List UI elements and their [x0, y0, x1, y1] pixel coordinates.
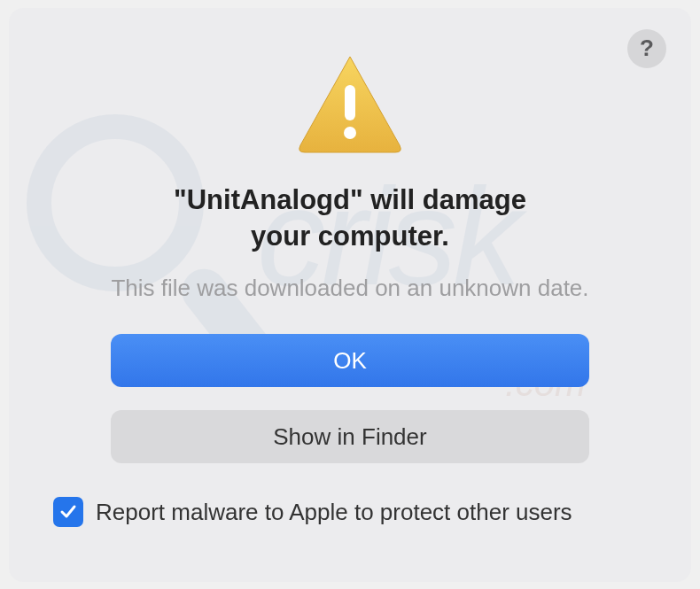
- report-malware-row: Report malware to Apple to protect other…: [53, 497, 572, 527]
- checkmark-icon: [58, 502, 78, 522]
- help-icon: ?: [640, 35, 654, 62]
- report-malware-label: Report malware to Apple to protect other…: [96, 499, 572, 526]
- warning-icon: [292, 50, 408, 157]
- alert-dialog: crisk .com ? "UnitAnalogd" will damage y…: [9, 8, 691, 582]
- report-malware-checkbox[interactable]: [53, 497, 83, 527]
- dialog-subtitle: This file was downloaded on an unknown d…: [111, 275, 588, 302]
- title-line-2: your computer.: [251, 221, 449, 252]
- title-line-1: "UnitAnalogd" will damage: [174, 184, 526, 215]
- ok-button[interactable]: OK: [111, 334, 589, 387]
- svg-point-1: [344, 127, 356, 139]
- dialog-title: "UnitAnalogd" will damage your computer.: [174, 182, 526, 256]
- svg-rect-0: [345, 85, 355, 120]
- button-stack: OK Show in Finder: [111, 334, 589, 463]
- help-button[interactable]: ?: [627, 29, 666, 68]
- show-in-finder-button[interactable]: Show in Finder: [111, 410, 589, 463]
